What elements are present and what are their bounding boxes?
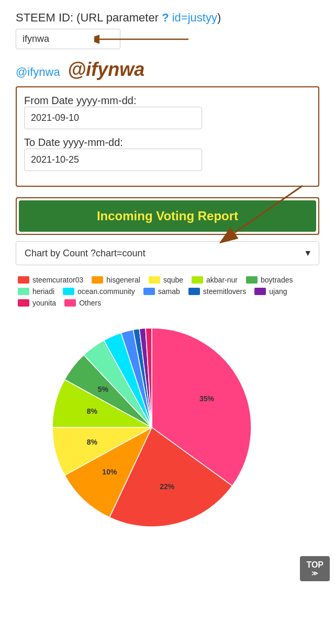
pie-chart: 35%22%10%8%8%5% — [31, 318, 304, 537]
legend-label: heriadi — [32, 287, 54, 296]
pie-chart-container: 35%22%10%8%8%5% — [16, 318, 319, 537]
question-mark: ? — [162, 11, 169, 24]
legend-label: steemcurator03 — [32, 276, 83, 284]
legend-color-swatch — [18, 288, 29, 295]
legend-color-swatch — [246, 276, 258, 284]
pie-label: 10% — [102, 467, 117, 476]
legend-label: steemitlovers — [203, 287, 246, 296]
legend-label: hisgeneral — [106, 276, 140, 284]
legend-item: akbar-nur — [192, 276, 238, 284]
legend-label: Others — [79, 299, 101, 307]
legend-item: ocean.community — [63, 287, 135, 296]
legend-color-swatch — [149, 276, 160, 284]
legend-item: heriadi — [18, 287, 54, 296]
legend-label: ujang — [269, 287, 287, 296]
pie-label: 5% — [98, 385, 109, 393]
legend-color-swatch — [143, 288, 155, 295]
legend-color-swatch — [63, 288, 74, 295]
legend-color-swatch — [18, 276, 29, 284]
pie-label: 22% — [160, 482, 175, 490]
legend-item: Others — [64, 299, 101, 307]
username-large: @ifynwa — [68, 59, 144, 81]
legend-label: samab — [158, 287, 180, 296]
legend-item: hisgeneral — [92, 276, 140, 284]
pie-label: 8% — [87, 407, 98, 415]
legend-label: sqube — [163, 276, 183, 284]
chart-select-wrapper: Chart by Count ?chart=countChart by Valu… — [16, 241, 319, 265]
to-date-label: To Date yyyy-mm-dd: — [24, 137, 123, 148]
legend-label: ocean.community — [77, 287, 135, 296]
legend-item: steemitlovers — [188, 287, 246, 296]
legend-item: steemcurator03 — [18, 276, 83, 284]
arrow-to-input — [94, 29, 199, 50]
top-button[interactable]: TOP ≫ — [300, 556, 330, 581]
username-row: @ifynwa @ifynwa — [16, 59, 319, 81]
legend-container: steemcurator03hisgeneralsqubeakbar-nurbo… — [16, 276, 319, 307]
svg-line-3 — [234, 186, 303, 233]
chart-type-select[interactable]: Chart by Count ?chart=countChart by Valu… — [16, 241, 319, 265]
legend-color-swatch — [18, 299, 29, 307]
legend-label: younita — [32, 299, 56, 307]
pie-label: 8% — [87, 438, 98, 446]
legend-item: ujang — [254, 287, 287, 296]
steem-id-label: STEEM ID: (URL parameter ? id=justyy) — [16, 10, 319, 26]
legend-color-swatch — [188, 288, 200, 295]
legend-color-swatch — [192, 276, 203, 284]
legend-color-swatch — [64, 299, 76, 307]
legend-item: samab — [143, 287, 180, 296]
to-date-input[interactable] — [24, 149, 202, 171]
legend-label: boytrades — [261, 276, 293, 284]
date-section: From Date yyyy-mm-dd: To Date yyyy-mm-dd… — [16, 86, 319, 187]
legend-color-swatch — [254, 288, 266, 295]
legend-item: younita — [18, 299, 56, 307]
legend-color-swatch — [92, 276, 103, 284]
pie-label: 35% — [199, 394, 215, 403]
arrow-to-button — [219, 180, 323, 243]
legend-item: boytrades — [246, 276, 293, 284]
id-param: id=justyy — [172, 11, 217, 24]
legend-label: akbar-nur — [206, 276, 238, 284]
username-small: @ifynwa — [16, 65, 60, 79]
from-date-label: From Date yyyy-mm-dd: — [24, 95, 136, 106]
from-date-input[interactable] — [24, 107, 202, 129]
legend-item: sqube — [149, 276, 183, 284]
